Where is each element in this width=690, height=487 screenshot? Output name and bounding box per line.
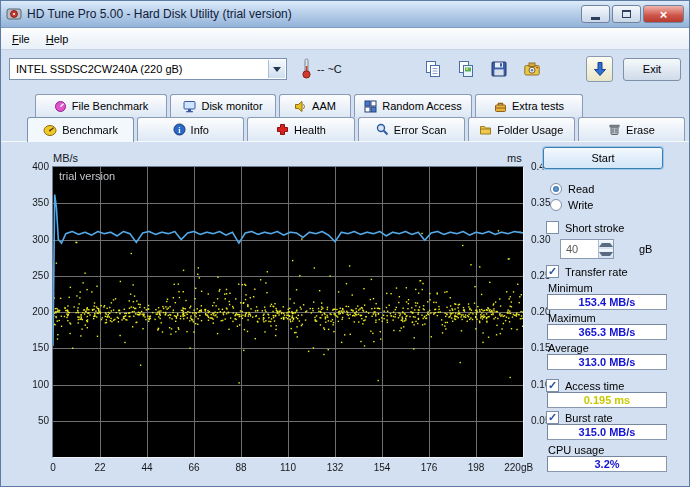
access-time-row[interactable]: Access time xyxy=(546,379,624,392)
read-radio[interactable] xyxy=(550,183,562,195)
health-cross-icon xyxy=(276,123,289,136)
y-axis-tick-left: 100 xyxy=(15,379,49,390)
app-window: HD Tune Pro 5.00 - Hard Disk Utility (tr… xyxy=(0,0,690,487)
tab-random-access[interactable]: Random Access xyxy=(354,94,472,117)
trial-watermark: trial version xyxy=(59,170,115,182)
access-time-label: Access time xyxy=(565,380,624,392)
benchmark-plot xyxy=(52,166,524,458)
tab-label: Error Scan xyxy=(394,124,447,136)
minimum-label: Minimum xyxy=(548,282,593,294)
transfer-rate-row[interactable]: Transfer rate xyxy=(546,265,628,278)
copy-image-icon xyxy=(457,60,475,78)
start-button-label: Start xyxy=(591,152,614,164)
tab-erase[interactable]: Erase xyxy=(578,117,685,141)
spinner-up-button[interactable] xyxy=(599,240,613,249)
temperature-readout: -- ~C xyxy=(317,63,361,75)
left-axis-title: MB/s xyxy=(53,152,78,164)
x-axis-tick: 110 xyxy=(280,462,296,473)
copy-image-button[interactable] xyxy=(454,57,478,81)
maximize-button[interactable] xyxy=(612,5,641,23)
tab-health[interactable]: Health xyxy=(247,117,354,141)
average-value: 313.0 MB/s xyxy=(547,354,667,370)
download-button[interactable] xyxy=(586,56,613,82)
copy-text-button[interactable] xyxy=(421,57,445,81)
access-time-value: 0.195 ms xyxy=(547,392,667,408)
chevron-down-icon xyxy=(273,67,281,72)
minimum-value: 153.4 MB/s xyxy=(547,294,667,310)
x-axis-tick: 44 xyxy=(141,462,152,473)
exit-button[interactable]: Exit xyxy=(623,58,681,81)
tab-extra-tests[interactable]: Extra tests xyxy=(475,94,583,117)
spinner-down-button[interactable] xyxy=(599,249,613,258)
tab-file-benchmark[interactable]: File Benchmark xyxy=(35,94,167,117)
thermometer-icon xyxy=(301,57,312,81)
drive-select[interactable]: INTEL SSDSC2CW240A (220 gB) xyxy=(9,58,287,80)
short-stroke-row[interactable]: Short stroke xyxy=(546,221,624,234)
transfer-rate-checkbox[interactable] xyxy=(546,265,559,278)
short-stroke-checkbox[interactable] xyxy=(546,221,559,234)
write-radio-row[interactable]: Write xyxy=(550,199,593,211)
tab-folder-usage[interactable]: Folder Usage xyxy=(468,117,575,141)
x-axis-tick: 22 xyxy=(94,462,105,473)
toolbar: INTEL SSDSC2CW240A (220 gB) -- ~C Exit xyxy=(1,50,689,88)
tab-benchmark[interactable]: Benchmark xyxy=(27,117,134,142)
average-label: Average xyxy=(548,342,589,354)
tab-label: File Benchmark xyxy=(72,100,148,112)
y-axis-tick-left: 300 xyxy=(15,234,49,245)
y-axis-tick-right: 0.30 xyxy=(531,234,550,245)
short-stroke-value: 40 xyxy=(561,240,598,258)
burst-rate-value: 315.0 MB/s xyxy=(547,424,667,440)
random-access-icon xyxy=(364,100,377,113)
start-button[interactable]: Start xyxy=(543,147,663,169)
drive-select-value: INTEL SSDSC2CW240A (220 gB) xyxy=(16,63,183,75)
menu-bar: File Help xyxy=(1,28,689,50)
access-time-checkbox[interactable] xyxy=(546,379,559,392)
short-stroke-spinner[interactable]: 40 xyxy=(560,239,614,259)
y-axis-tick-left: 400 xyxy=(15,161,49,172)
tab-row-primary: Benchmark i Info Health Error Scan Folde… xyxy=(1,117,689,141)
minimize-button[interactable] xyxy=(581,5,610,23)
maximum-label: Maximum xyxy=(548,312,596,324)
download-arrow-icon xyxy=(591,60,609,78)
tab-label: Info xyxy=(191,124,209,136)
read-radio-row[interactable]: Read xyxy=(550,183,594,195)
tab-info[interactable]: i Info xyxy=(137,117,244,141)
menu-help[interactable]: Help xyxy=(38,30,77,48)
write-radio-label: Write xyxy=(568,199,593,211)
screenshot-button[interactable] xyxy=(520,57,544,81)
tab-aam[interactable]: AAM xyxy=(279,94,351,117)
tab-error-scan[interactable]: Error Scan xyxy=(358,117,465,141)
benchmark-chart-canvas xyxy=(53,167,523,457)
close-button[interactable]: × xyxy=(643,5,684,23)
menu-file[interactable]: File xyxy=(4,30,38,48)
disk-monitor-icon xyxy=(183,100,196,113)
exit-button-label: Exit xyxy=(643,63,661,75)
x-axis-tick: 176 xyxy=(421,462,438,473)
burst-rate-checkbox[interactable] xyxy=(546,411,559,424)
tab-disk-monitor[interactable]: Disk monitor xyxy=(170,94,276,117)
drive-select-arrow-button[interactable] xyxy=(268,60,285,78)
tab-label: Benchmark xyxy=(62,124,118,136)
floppy-save-icon xyxy=(490,60,508,78)
y-axis-tick-left: 50 xyxy=(15,415,49,426)
x-axis-tick: 0 xyxy=(50,462,56,473)
close-icon: × xyxy=(660,8,668,21)
tab-row-secondary: File Benchmark Disk monitor AAM Random A… xyxy=(1,94,689,117)
tab-label: Folder Usage xyxy=(497,124,563,136)
maximize-icon xyxy=(622,10,631,18)
x-axis-tick: 132 xyxy=(327,462,344,473)
transfer-rate-label: Transfer rate xyxy=(565,266,628,278)
camera-icon xyxy=(523,60,541,78)
trash-icon xyxy=(608,123,621,136)
x-axis-tick: 220gB xyxy=(504,462,533,473)
file-benchmark-icon xyxy=(54,100,67,113)
tab-label: Erase xyxy=(626,124,655,136)
app-icon xyxy=(6,6,22,22)
y-axis-tick-left: 250 xyxy=(15,270,49,281)
save-button[interactable] xyxy=(487,57,511,81)
speaker-icon xyxy=(294,100,307,113)
write-radio[interactable] xyxy=(550,199,562,211)
short-stroke-label: Short stroke xyxy=(565,222,624,234)
burst-rate-row[interactable]: Burst rate xyxy=(546,411,613,424)
x-axis-tick: 66 xyxy=(188,462,199,473)
